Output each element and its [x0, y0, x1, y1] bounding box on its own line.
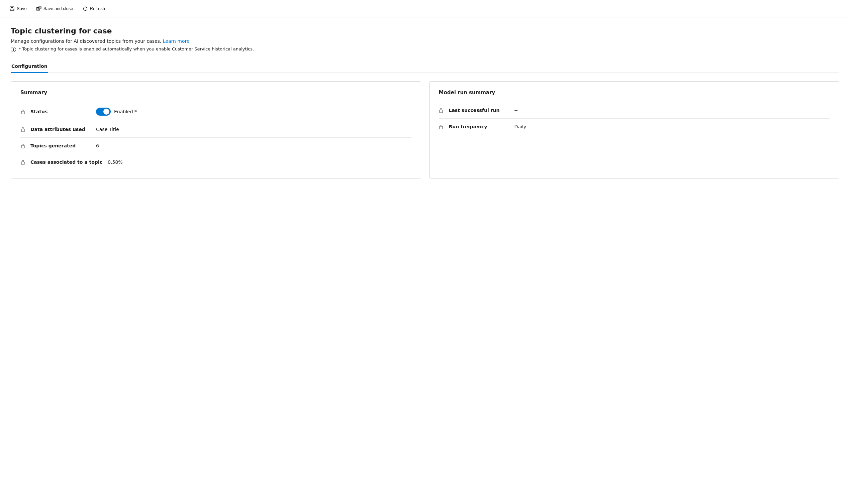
status-label: Status: [31, 109, 91, 114]
last-run-label: Last successful run: [449, 108, 509, 113]
run-frequency-lock-icon: [439, 124, 444, 129]
cases-associated-value: 0.58%: [108, 159, 122, 165]
info-icon: i: [11, 47, 16, 52]
last-run-field-row: Last successful run --: [439, 102, 830, 119]
description-text: Manage configurations for AI discovered …: [11, 38, 161, 44]
status-field-row: Status Enabled *: [20, 102, 412, 121]
toggle-track[interactable]: [96, 108, 111, 115]
data-attributes-field-row: Data attributes used Case Title: [20, 121, 412, 138]
status-lock-icon: [20, 109, 25, 114]
svg-rect-12: [21, 162, 24, 164]
status-toggle-wrapper: Enabled *: [96, 108, 137, 115]
topics-generated-label: Topics generated: [31, 143, 91, 148]
tabs: Configuration: [11, 60, 839, 73]
data-attributes-label: Data attributes used: [31, 127, 91, 132]
cases-associated-field-row: Cases associated to a topic 0.58%: [20, 154, 412, 170]
toggle-thumb: [103, 109, 109, 115]
run-frequency-value: Daily: [515, 124, 526, 129]
summary-card: Summary Status Enabled *: [11, 81, 421, 179]
svg-rect-1: [11, 7, 13, 8]
page-description: Manage configurations for AI discovered …: [11, 38, 839, 44]
topics-lock-icon: [20, 143, 25, 148]
save-label: Save: [17, 6, 27, 11]
svg-rect-10: [21, 129, 24, 132]
toolbar: Save Save and close Refresh: [0, 0, 850, 17]
tab-configuration[interactable]: Configuration: [11, 60, 48, 73]
save-icon: [10, 6, 15, 11]
run-frequency-field-row: Run frequency Daily: [439, 119, 830, 135]
info-note: i * Topic clustering for cases is enable…: [11, 47, 839, 52]
cases-lock-icon: [20, 159, 25, 165]
data-attributes-lock-icon: [20, 127, 25, 132]
refresh-icon: [83, 6, 88, 11]
svg-rect-2: [11, 9, 13, 11]
last-run-value: --: [515, 108, 518, 113]
info-note-text: * Topic clustering for cases is enabled …: [19, 47, 254, 52]
svg-rect-13: [439, 110, 443, 113]
topics-generated-value: 6: [96, 143, 99, 148]
svg-rect-4: [37, 7, 39, 8]
run-frequency-label: Run frequency: [449, 124, 509, 129]
summary-card-title: Summary: [20, 90, 412, 95]
status-toggle-label: Enabled *: [114, 109, 137, 114]
refresh-label: Refresh: [90, 6, 105, 11]
page-title: Topic clustering for case: [11, 27, 839, 35]
svg-rect-11: [21, 145, 24, 148]
cards-container: Summary Status Enabled *: [11, 81, 839, 179]
save-button[interactable]: Save: [5, 4, 31, 13]
save-and-close-button[interactable]: Save and close: [32, 4, 77, 13]
svg-rect-14: [439, 126, 443, 129]
refresh-button[interactable]: Refresh: [79, 4, 109, 13]
learn-more-link[interactable]: Learn more: [163, 38, 190, 44]
svg-rect-9: [21, 111, 24, 114]
save-and-close-label: Save and close: [44, 6, 73, 11]
last-run-lock-icon: [439, 108, 444, 113]
topics-generated-field-row: Topics generated 6: [20, 138, 412, 154]
cases-associated-label: Cases associated to a topic: [31, 159, 102, 165]
model-run-card: Model run summary Last successful run --: [429, 81, 839, 179]
save-close-icon: [36, 6, 41, 11]
page-content: Topic clustering for case Manage configu…: [0, 17, 850, 189]
status-toggle[interactable]: [96, 108, 111, 115]
model-run-card-title: Model run summary: [439, 90, 830, 95]
data-attributes-value: Case Title: [96, 127, 119, 132]
